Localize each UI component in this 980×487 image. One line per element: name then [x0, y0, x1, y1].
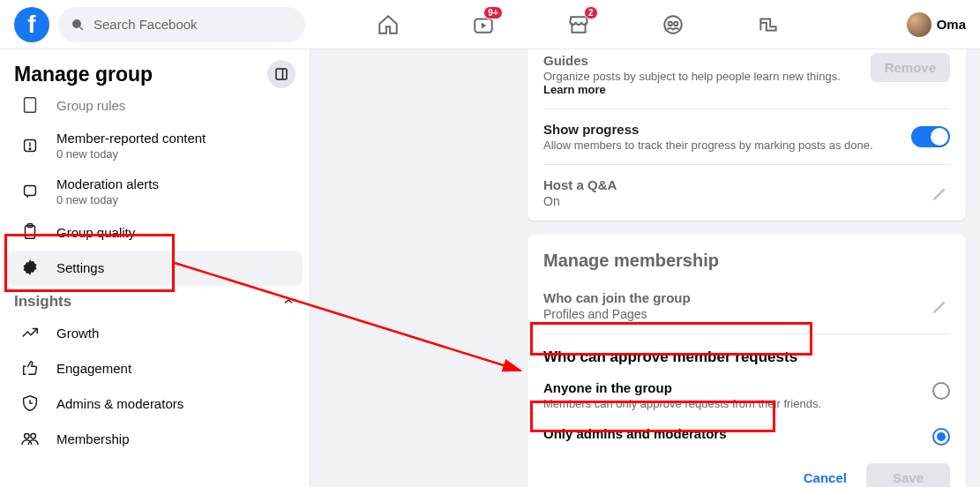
sidebar-item-growth[interactable]: Growth [7, 316, 303, 351]
sidebar-item-label: Member-reported content [56, 131, 206, 146]
show-progress-toggle[interactable] [911, 126, 950, 147]
sidebar-item-group-rules[interactable]: Group rules [7, 95, 303, 124]
sidebar-item-admins[interactable]: Admins & moderators [7, 386, 303, 422]
page-title: Manage group [14, 63, 153, 86]
nav-tab-gaming[interactable] [733, 4, 804, 46]
qa-row: Host a Q&A On [543, 165, 950, 221]
discussion-card: Guides Organize posts by subject to help… [527, 49, 966, 221]
show-progress-desc: Allow members to track their progress by… [543, 139, 902, 152]
save-button[interactable]: Save [866, 463, 950, 487]
growth-icon [20, 323, 40, 342]
svg-rect-12 [25, 186, 36, 196]
sidebar-item-label: Membership [56, 431, 130, 446]
cancel-button[interactable]: Cancel [793, 463, 857, 487]
pencil-icon[interactable] [931, 184, 950, 203]
sidebar-item-membership[interactable]: Membership [7, 422, 303, 457]
annotation-highlight-settings [4, 234, 175, 292]
learn-more-link[interactable]: Learn more [543, 83, 606, 96]
sidebar-item-sub: 0 new today [56, 193, 159, 206]
sidebar-header: Manage group [0, 49, 310, 95]
profile-name: Oma [937, 17, 966, 32]
chevron-up-icon [281, 295, 295, 309]
qa-sub: On [543, 194, 922, 208]
svg-rect-6 [276, 69, 287, 79]
guides-title: Guides [543, 53, 862, 68]
groups-icon [662, 13, 685, 36]
show-progress-title: Show progress [543, 122, 902, 137]
svg-line-1 [80, 26, 83, 29]
insights-list: Growth Engagement Admins & moderators Me… [0, 316, 310, 457]
sidebar-item-sub: 0 new today [56, 147, 206, 161]
option-anyone-radio[interactable] [932, 382, 950, 400]
qa-title: Host a Q&A [543, 177, 922, 192]
option-anyone-title: Anyone in the group [543, 380, 922, 395]
sidebar-item-label: Group rules [56, 98, 125, 113]
svg-point-16 [25, 434, 29, 439]
nav-tab-watch[interactable]: 9+ [448, 4, 519, 46]
svg-point-4 [669, 21, 672, 25]
sidebar-item-label: Moderation alerts [56, 176, 159, 191]
home-icon [377, 13, 400, 36]
nav-tab-groups[interactable] [638, 4, 708, 46]
sidebar-item-member-reported[interactable]: Member-reported content 0 new today [7, 124, 303, 169]
guides-desc: Organize posts by subject to help people… [543, 70, 862, 96]
svg-point-17 [31, 434, 35, 439]
sidebar-item-label: Admins & moderators [56, 396, 183, 411]
nav-icons: 9+ 2 [335, 4, 821, 46]
sidebar-item-engagement[interactable]: Engagement [7, 351, 303, 386]
alerts-icon [20, 182, 40, 201]
sidebar-item-label: Engagement [56, 361, 131, 376]
marketplace-badge: 2 [584, 6, 598, 19]
who-can-join-sub: Profiles and Pages [543, 307, 922, 321]
svg-rect-8 [25, 98, 36, 113]
guides-row: Guides Organize posts by subject to help… [543, 49, 950, 109]
svg-point-11 [29, 148, 30, 149]
nav-tab-marketplace[interactable]: 2 [543, 4, 614, 46]
membership-heading: Manage membership [543, 235, 950, 278]
expand-button[interactable] [267, 60, 295, 88]
sidebar-item-label: Growth [56, 326, 99, 341]
search-input[interactable]: Search Facebook [58, 7, 305, 42]
annotation-highlight-approve-title [530, 322, 812, 356]
search-placeholder: Search Facebook [94, 17, 198, 32]
show-progress-row: Show progress Allow members to track the… [543, 109, 950, 165]
top-nav: f Search Facebook 9+ 2 Oma [0, 0, 980, 49]
watch-badge: 9+ [483, 6, 502, 19]
flag-icon [20, 136, 40, 155]
panel-expand-icon [273, 66, 289, 82]
svg-point-0 [72, 19, 81, 28]
avatar [907, 12, 931, 37]
membership-actions: Cancel Save [543, 454, 950, 487]
pencil-icon[interactable] [931, 296, 950, 316]
insights-label: Insights [14, 293, 71, 311]
people-icon [20, 429, 40, 448]
shield-icon [20, 393, 40, 413]
remove-button[interactable]: Remove [871, 53, 950, 82]
option-admins-radio[interactable] [932, 428, 950, 446]
annotation-highlight-approve-option [530, 401, 775, 432]
svg-point-5 [674, 21, 677, 25]
search-icon [71, 18, 85, 32]
who-can-join-title: Who can join the group [543, 290, 922, 305]
facebook-logo[interactable]: f [14, 7, 49, 42]
gaming-icon [757, 13, 780, 36]
rules-icon [20, 95, 40, 115]
membership-card: Manage membership Who can join the group… [527, 235, 966, 487]
sidebar-item-moderation-alerts[interactable]: Moderation alerts 0 new today [7, 169, 303, 215]
nav-tab-home[interactable] [353, 4, 423, 46]
thumb-icon [20, 358, 40, 378]
profile-chip[interactable]: Oma [907, 12, 966, 37]
